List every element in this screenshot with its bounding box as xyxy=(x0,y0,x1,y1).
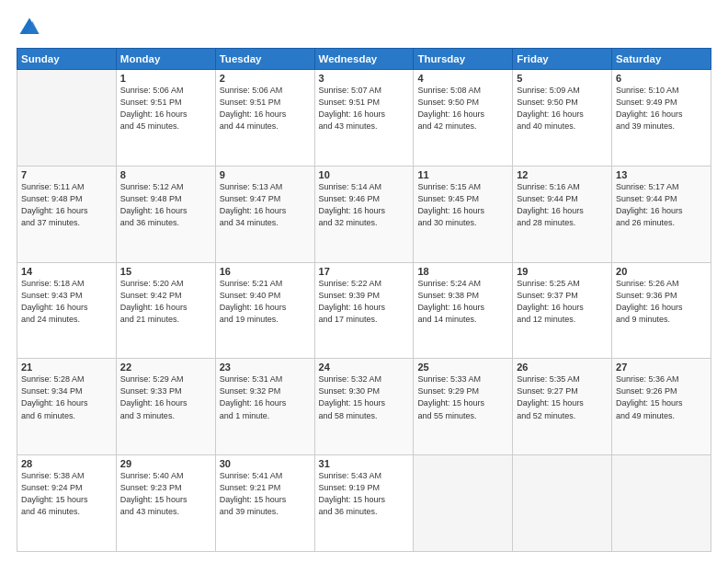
calendar-header-row: SundayMondayTuesdayWednesdayThursdayFrid… xyxy=(17,49,711,70)
calendar-week-row: 14Sunrise: 5:18 AM Sunset: 9:43 PM Dayli… xyxy=(17,262,711,359)
calendar-header-tuesday: Tuesday xyxy=(215,49,314,70)
calendar-cell: 1Sunrise: 5:06 AM Sunset: 9:51 PM Daylig… xyxy=(116,70,215,167)
day-info: Sunrise: 5:07 AM Sunset: 9:51 PM Dayligh… xyxy=(319,85,410,132)
calendar-header-thursday: Thursday xyxy=(414,49,513,70)
day-info: Sunrise: 5:08 AM Sunset: 9:50 PM Dayligh… xyxy=(417,85,508,132)
day-number: 13 xyxy=(616,169,707,180)
calendar-cell: 10Sunrise: 5:14 AM Sunset: 9:46 PM Dayli… xyxy=(314,166,414,262)
calendar-cell: 31Sunrise: 5:43 AM Sunset: 9:19 PM Dayli… xyxy=(314,455,414,552)
calendar-cell xyxy=(612,455,711,552)
day-info: Sunrise: 5:17 AM Sunset: 9:44 PM Dayligh… xyxy=(616,181,707,229)
day-number: 30 xyxy=(220,458,311,469)
day-number: 20 xyxy=(616,266,707,277)
calendar-cell xyxy=(513,455,612,552)
calendar-cell: 26Sunrise: 5:35 AM Sunset: 9:27 PM Dayli… xyxy=(513,359,612,455)
day-number: 3 xyxy=(319,73,410,84)
calendar-cell: 23Sunrise: 5:31 AM Sunset: 9:32 PM Dayli… xyxy=(215,359,314,455)
calendar-cell: 7Sunrise: 5:11 AM Sunset: 9:48 PM Daylig… xyxy=(17,166,117,262)
day-number: 15 xyxy=(120,266,211,277)
calendar-cell: 24Sunrise: 5:32 AM Sunset: 9:30 PM Dayli… xyxy=(314,359,414,455)
calendar-cell: 28Sunrise: 5:38 AM Sunset: 9:24 PM Dayli… xyxy=(17,455,117,552)
day-info: Sunrise: 5:20 AM Sunset: 9:42 PM Dayligh… xyxy=(120,278,211,326)
calendar-week-row: 7Sunrise: 5:11 AM Sunset: 9:48 PM Daylig… xyxy=(17,166,711,262)
day-number: 16 xyxy=(220,266,311,277)
day-number: 11 xyxy=(417,169,508,180)
calendar-cell: 20Sunrise: 5:26 AM Sunset: 9:36 PM Dayli… xyxy=(612,262,711,359)
calendar-cell: 21Sunrise: 5:28 AM Sunset: 9:34 PM Dayli… xyxy=(17,359,117,455)
calendar-week-row: 28Sunrise: 5:38 AM Sunset: 9:24 PM Dayli… xyxy=(17,455,711,552)
day-number: 29 xyxy=(120,458,211,469)
day-number: 17 xyxy=(319,266,410,277)
calendar: SundayMondayTuesdayWednesdayThursdayFrid… xyxy=(17,48,711,552)
day-info: Sunrise: 5:09 AM Sunset: 9:50 PM Dayligh… xyxy=(517,85,608,132)
calendar-cell: 25Sunrise: 5:33 AM Sunset: 9:29 PM Dayli… xyxy=(414,359,513,455)
day-number: 14 xyxy=(21,266,112,277)
day-info: Sunrise: 5:32 AM Sunset: 9:30 PM Dayligh… xyxy=(319,373,410,421)
day-number: 2 xyxy=(220,73,311,84)
day-number: 22 xyxy=(120,362,211,373)
calendar-week-row: 21Sunrise: 5:28 AM Sunset: 9:34 PM Dayli… xyxy=(17,359,711,455)
calendar-cell: 18Sunrise: 5:24 AM Sunset: 9:38 PM Dayli… xyxy=(414,262,513,359)
page: SundayMondayTuesdayWednesdayThursdayFrid… xyxy=(0,0,728,563)
calendar-cell xyxy=(17,70,117,167)
calendar-cell: 6Sunrise: 5:10 AM Sunset: 9:49 PM Daylig… xyxy=(612,70,711,167)
calendar-header-sunday: Sunday xyxy=(17,49,117,70)
calendar-cell: 13Sunrise: 5:17 AM Sunset: 9:44 PM Dayli… xyxy=(612,166,711,262)
day-info: Sunrise: 5:14 AM Sunset: 9:46 PM Dayligh… xyxy=(319,181,410,229)
day-info: Sunrise: 5:16 AM Sunset: 9:44 PM Dayligh… xyxy=(517,181,608,229)
day-info: Sunrise: 5:06 AM Sunset: 9:51 PM Dayligh… xyxy=(220,85,311,132)
day-info: Sunrise: 5:06 AM Sunset: 9:51 PM Dayligh… xyxy=(120,85,211,132)
calendar-cell: 15Sunrise: 5:20 AM Sunset: 9:42 PM Dayli… xyxy=(116,262,215,359)
day-info: Sunrise: 5:22 AM Sunset: 9:39 PM Dayligh… xyxy=(319,278,410,326)
calendar-cell: 3Sunrise: 5:07 AM Sunset: 9:51 PM Daylig… xyxy=(314,70,414,167)
day-info: Sunrise: 5:25 AM Sunset: 9:37 PM Dayligh… xyxy=(517,278,608,326)
day-number: 18 xyxy=(417,266,508,277)
day-number: 4 xyxy=(417,73,508,84)
calendar-cell: 16Sunrise: 5:21 AM Sunset: 9:40 PM Dayli… xyxy=(215,262,314,359)
logo-icon xyxy=(17,15,42,40)
calendar-cell xyxy=(414,455,513,552)
day-number: 24 xyxy=(319,362,410,373)
calendar-header-saturday: Saturday xyxy=(612,49,711,70)
day-number: 9 xyxy=(220,169,311,180)
day-number: 31 xyxy=(319,458,410,469)
calendar-cell: 5Sunrise: 5:09 AM Sunset: 9:50 PM Daylig… xyxy=(513,70,612,167)
calendar-header-monday: Monday xyxy=(116,49,215,70)
calendar-header-friday: Friday xyxy=(513,49,612,70)
day-info: Sunrise: 5:11 AM Sunset: 9:48 PM Dayligh… xyxy=(21,181,112,229)
day-info: Sunrise: 5:10 AM Sunset: 9:49 PM Dayligh… xyxy=(616,85,707,132)
day-number: 21 xyxy=(21,362,112,373)
day-number: 23 xyxy=(220,362,311,373)
calendar-cell: 8Sunrise: 5:12 AM Sunset: 9:48 PM Daylig… xyxy=(116,166,215,262)
day-number: 25 xyxy=(417,362,508,373)
calendar-cell: 29Sunrise: 5:40 AM Sunset: 9:23 PM Dayli… xyxy=(116,455,215,552)
day-number: 10 xyxy=(319,169,410,180)
day-info: Sunrise: 5:38 AM Sunset: 9:24 PM Dayligh… xyxy=(21,470,112,518)
calendar-week-row: 1Sunrise: 5:06 AM Sunset: 9:51 PM Daylig… xyxy=(17,70,711,167)
day-number: 27 xyxy=(616,362,707,373)
day-info: Sunrise: 5:21 AM Sunset: 9:40 PM Dayligh… xyxy=(220,278,311,326)
day-info: Sunrise: 5:13 AM Sunset: 9:47 PM Dayligh… xyxy=(220,181,311,229)
calendar-header-wednesday: Wednesday xyxy=(314,49,414,70)
day-number: 6 xyxy=(616,73,707,84)
calendar-cell: 2Sunrise: 5:06 AM Sunset: 9:51 PM Daylig… xyxy=(215,70,314,167)
day-number: 26 xyxy=(517,362,608,373)
calendar-cell: 4Sunrise: 5:08 AM Sunset: 9:50 PM Daylig… xyxy=(414,70,513,167)
day-number: 28 xyxy=(21,458,112,469)
day-info: Sunrise: 5:31 AM Sunset: 9:32 PM Dayligh… xyxy=(220,373,311,421)
day-info: Sunrise: 5:41 AM Sunset: 9:21 PM Dayligh… xyxy=(220,470,311,518)
day-info: Sunrise: 5:40 AM Sunset: 9:23 PM Dayligh… xyxy=(120,470,211,518)
logo xyxy=(17,15,46,40)
day-number: 12 xyxy=(517,169,608,180)
day-info: Sunrise: 5:43 AM Sunset: 9:19 PM Dayligh… xyxy=(319,470,410,518)
day-info: Sunrise: 5:12 AM Sunset: 9:48 PM Dayligh… xyxy=(120,181,211,229)
calendar-cell: 17Sunrise: 5:22 AM Sunset: 9:39 PM Dayli… xyxy=(314,262,414,359)
day-number: 1 xyxy=(120,73,211,84)
calendar-cell: 19Sunrise: 5:25 AM Sunset: 9:37 PM Dayli… xyxy=(513,262,612,359)
day-info: Sunrise: 5:15 AM Sunset: 9:45 PM Dayligh… xyxy=(417,181,508,229)
day-info: Sunrise: 5:24 AM Sunset: 9:38 PM Dayligh… xyxy=(417,278,508,326)
day-info: Sunrise: 5:36 AM Sunset: 9:26 PM Dayligh… xyxy=(616,373,707,421)
day-number: 8 xyxy=(120,169,211,180)
calendar-cell: 30Sunrise: 5:41 AM Sunset: 9:21 PM Dayli… xyxy=(215,455,314,552)
day-info: Sunrise: 5:35 AM Sunset: 9:27 PM Dayligh… xyxy=(517,373,608,421)
